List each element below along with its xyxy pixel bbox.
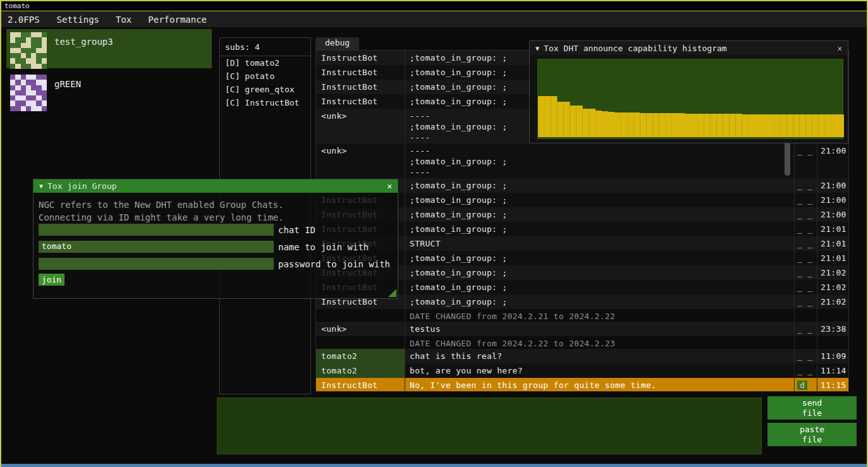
chat-timestamp: 11:15 bbox=[817, 378, 848, 392]
resize-grip[interactable] bbox=[388, 289, 396, 297]
chat-sender bbox=[316, 309, 405, 322]
chat-flags bbox=[794, 336, 817, 349]
group-name: gREEN bbox=[54, 79, 81, 107]
collapse-icon[interactable]: ▼ bbox=[535, 45, 539, 52]
chat-message: ;tomato_in_group: ; bbox=[405, 251, 794, 265]
menu-item-tox[interactable]: Tox bbox=[107, 12, 140, 27]
member-list: [D] tomato2[C] potato[C] green_qtox[C] I… bbox=[220, 56, 310, 109]
menubar-items: SettingsToxPerformance bbox=[49, 12, 215, 27]
chat-timestamp: 21:00 bbox=[817, 178, 848, 193]
tab-debug[interactable]: debug bbox=[315, 37, 359, 50]
member-item[interactable]: [C] InstructBot bbox=[220, 96, 310, 109]
chat-timestamp: 23:38 bbox=[817, 322, 848, 336]
chat-row: <unk>----;tomato_in_group: ;----_ _21:00 bbox=[316, 143, 848, 178]
chat-timestamp: 21:02 bbox=[817, 294, 848, 309]
join-group-titlebar[interactable]: ▼ Tox join Group ✕ bbox=[34, 179, 398, 193]
chat-timestamp: 11:14 bbox=[817, 363, 848, 378]
join-group-title: Tox join Group bbox=[47, 181, 117, 191]
member-item[interactable]: [C] green_qtox bbox=[220, 83, 310, 96]
dht-histogram-window: ▼ Tox DHT announce capability histogram … bbox=[529, 40, 848, 143]
join-field-label: chat ID bbox=[278, 225, 315, 235]
chat-flags bbox=[794, 309, 817, 322]
chat-message: No, I've been in this group for quite so… bbox=[405, 378, 794, 392]
paste-file-button[interactable]: paste file bbox=[767, 423, 857, 446]
chat-sender bbox=[316, 336, 405, 349]
chat-flags: _ _ bbox=[794, 207, 817, 222]
chat-message: DATE CHANGED from 2024.2.22 to 2024.2.23 bbox=[405, 336, 794, 349]
chat-message: testus bbox=[405, 322, 794, 336]
menubar: 2.0FPS SettingsToxPerformance bbox=[1, 12, 867, 27]
chat-scrollbar[interactable] bbox=[785, 140, 790, 176]
chat-row: DATE CHANGED from 2024.2.21 to 2024.2.22 bbox=[316, 309, 848, 322]
chat-sender: <unk> bbox=[316, 143, 405, 178]
member-item[interactable]: [C] potato bbox=[220, 70, 310, 83]
chat-timestamp: 21:00 bbox=[817, 143, 848, 178]
chat-flags: _ _ bbox=[794, 294, 817, 309]
chat-timestamp: 21:02 bbox=[817, 265, 848, 280]
close-icon[interactable]: ✕ bbox=[387, 181, 392, 191]
join-button[interactable]: join bbox=[39, 274, 64, 286]
chat-flags: _ _ bbox=[794, 143, 817, 178]
join-field-label: password to join with bbox=[278, 259, 390, 269]
chat-flags: _ _ bbox=[794, 322, 817, 336]
chat-flags: _ _ bbox=[794, 265, 817, 280]
join-field-row: tomatoname to join with bbox=[39, 241, 369, 253]
chat-timestamp: 21:01 bbox=[817, 236, 848, 251]
chat-message: ;tomato_in_group: ; bbox=[405, 207, 794, 222]
chat-sender: tomato2 bbox=[316, 363, 405, 378]
dht-histogram-title: Tox DHT announce capability histogram bbox=[544, 44, 727, 53]
join-info: NGC refers to the New DHT enabled Group … bbox=[39, 198, 393, 224]
app-window: tomato 2.0FPS SettingsToxPerformance tes… bbox=[0, 0, 868, 467]
chat-timestamp: 21:00 bbox=[817, 193, 848, 207]
chat-timestamp: 11:09 bbox=[817, 349, 848, 363]
group-item-gREEN[interactable]: gREEN bbox=[6, 71, 212, 111]
chat-message: chat is this real? bbox=[405, 349, 794, 363]
chat-row: DATE CHANGED from 2024.2.22 to 2024.2.23 bbox=[316, 336, 848, 349]
chat-row: tomato2chat is this real?_ _11:09 bbox=[316, 349, 848, 363]
window-bottom-border bbox=[1, 464, 867, 467]
menu-item-performance[interactable]: Performance bbox=[140, 12, 215, 27]
chat-message: ;tomato_in_group: ; bbox=[405, 280, 794, 294]
window-titlebar[interactable]: tomato bbox=[1, 1, 867, 11]
chat-sender: InstructBot bbox=[316, 378, 405, 392]
chat-sender: <unk> bbox=[316, 109, 405, 143]
chat-timestamp bbox=[817, 336, 848, 349]
group-name: test_group3 bbox=[54, 37, 113, 65]
join-input-name-to-join-with[interactable]: tomato bbox=[39, 241, 274, 253]
join-field-label: name to join with bbox=[278, 242, 369, 252]
chat-flags: _ _ bbox=[794, 280, 817, 294]
chat-row: tomato2bot, are you new here?_ _11:14 bbox=[316, 363, 848, 378]
chat-timestamp bbox=[817, 309, 848, 322]
window-title: tomato bbox=[4, 2, 30, 10]
chat-sender: tomato2 bbox=[316, 349, 405, 363]
group-item-test_group3[interactable]: test_group3 bbox=[6, 29, 212, 68]
group-avatar bbox=[10, 32, 47, 69]
chat-message: STRUCT bbox=[405, 236, 794, 251]
chat-message: ----;tomato_in_group: ;---- bbox=[405, 143, 794, 178]
chat-timestamp: 21:01 bbox=[817, 251, 848, 265]
join-group-window: ▼ Tox join Group ✕ NGC refers to the New… bbox=[33, 179, 398, 299]
chat-flags: d bbox=[794, 378, 817, 392]
join-input-password-to-join-with[interactable] bbox=[39, 258, 274, 270]
chat-row: InstructBotNo, I've been in this group f… bbox=[316, 378, 848, 392]
chat-message: bot, are you new here? bbox=[405, 363, 794, 378]
chat-sender: <unk> bbox=[316, 322, 405, 336]
chat-message: ;tomato_in_group: ; bbox=[405, 178, 794, 193]
member-item[interactable]: [D] tomato2 bbox=[220, 56, 310, 70]
subs-count: subs: 4 bbox=[220, 38, 310, 56]
menu-item-settings[interactable]: Settings bbox=[49, 12, 107, 27]
chat-flags: _ _ bbox=[794, 236, 817, 251]
dht-histogram-titlebar[interactable]: ▼ Tox DHT announce capability histogram … bbox=[530, 41, 848, 55]
collapse-icon[interactable]: ▼ bbox=[39, 183, 43, 190]
message-input[interactable] bbox=[217, 397, 762, 454]
chat-sender: InstructBot bbox=[316, 80, 405, 94]
close-icon[interactable]: ✕ bbox=[837, 44, 842, 53]
join-info-line: NGC refers to the New DHT enabled Group … bbox=[39, 198, 393, 211]
chat-message: ;tomato_in_group: ; bbox=[405, 294, 794, 309]
send-file-button[interactable]: send file bbox=[767, 396, 857, 420]
histogram-plot bbox=[537, 59, 843, 139]
group-avatar bbox=[10, 75, 47, 111]
fps-counter: 2.0FPS bbox=[1, 15, 49, 25]
join-input-chat-ID[interactable] bbox=[39, 224, 274, 236]
chat-flags: _ _ bbox=[794, 222, 817, 236]
